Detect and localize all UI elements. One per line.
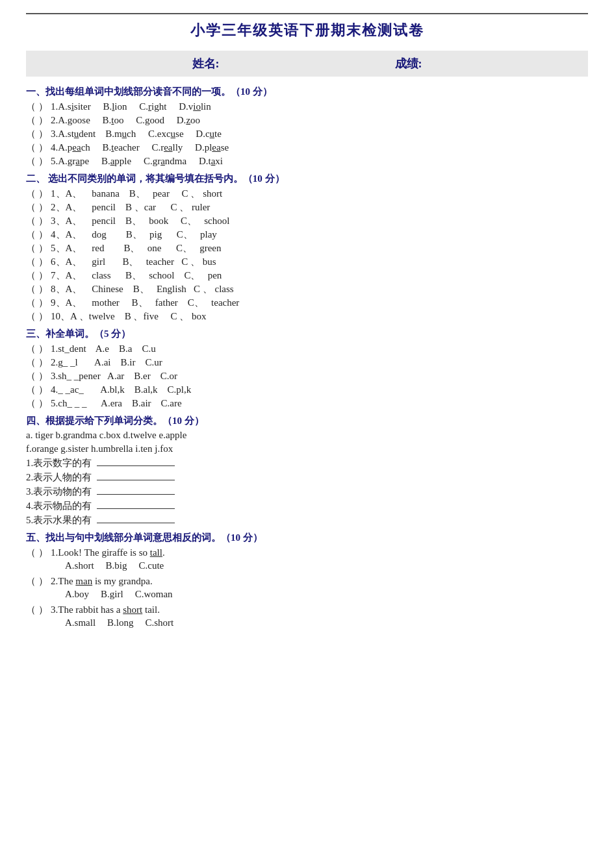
s3-q4-row: （ ） 4._ _ac_ A.bl,k B.al,k C.pl,k — [26, 384, 588, 396]
s4-cat3: 3.表示动物的有 — [26, 486, 588, 498]
s2-q3-row: （ ） 3、A、 pencil B、 book C、 school — [26, 215, 588, 227]
section5-title: 五、找出与句中划线部分单词意思相反的词。（10 分） — [26, 532, 588, 544]
s2-q1-row: （ ） 1、A、 banana B、 pear C 、 short — [26, 188, 588, 200]
s5-q1-stem: （ ） 1.Look! The giraffe is so tall. — [26, 547, 588, 559]
s2-q7-row: （ ） 7、A、 class B、 school C、 pen — [26, 269, 588, 282]
s4-cat2: 2.表示人物的有 — [26, 471, 588, 484]
s1-q3: 3.A.student B.much C.excuse D.cute — [51, 129, 222, 140]
section1-title: 一、找出每组单词中划线部分读音不同的一项。（10 分） — [26, 86, 588, 98]
s2-q4-row: （ ） 4、A、 dog B、 pig C、 play — [26, 229, 588, 241]
section4-words2: f.orange g.sister h.umbrella i.ten j.fox — [26, 443, 588, 454]
s1-q1: 1.A.sisiter B.lion C.right D.violin — [51, 101, 211, 112]
section2-title: 二、 选出不同类别的单词，将其编号填在括号内。（10 分） — [26, 173, 588, 185]
s3-q3-row: （ ） 3.sh_ _pener A.ar B.er C.or — [26, 370, 588, 382]
s5-q2-stem: （ ） 2.The man is my grandpa. — [26, 575, 588, 588]
section4-words1: a. tiger b.grandma c.box d.twelve e.appl… — [26, 430, 588, 441]
s1-q5: 5.A.grape B.apple C.grandma D.taxi — [51, 156, 223, 167]
s5-q1-options: A.short B.big C.cute — [65, 560, 588, 571]
s5-q3-stem: （ ） 3.The rabbit has a short tail. — [26, 604, 588, 616]
s1-q2: 2.A.goose B.too C.good D.zoo — [51, 115, 200, 126]
s1-q3-row: （ ） 3.A.student B.much C.excuse D.cute — [26, 128, 588, 140]
s2-q5-row: （ ） 5、A、 red B、 one C、 green — [26, 242, 588, 254]
s2-q6-row: （ ） 6、A、 girl B、 teacher C 、 bus — [26, 256, 588, 268]
s1-q5-row: （ ） 5.A.grape B.apple C.grandma D.taxi — [26, 155, 588, 167]
s2-q8-row: （ ） 8、A、 Chinese B、 English C 、 class — [26, 283, 588, 295]
s2-q9-row: （ ） 9、A、 mother B、 father C、 teacher — [26, 297, 588, 309]
page-title: 小学三年级英语下册期末检测试卷 — [26, 21, 588, 40]
s3-q1-row: （ ） 1.st_dent A.e B.a C.u — [26, 343, 588, 355]
section4-title: 四、根据提示给下列单词分类。（10 分） — [26, 415, 588, 427]
s5-q3-options: A.small B.long C.short — [65, 617, 588, 628]
score-label: 成绩: — [395, 56, 422, 71]
s1-q4: 4.A.peach B.teacher C.really D.please — [51, 142, 229, 153]
s3-q2-row: （ ） 2.g_ _l A.ai B.ir C.ur — [26, 356, 588, 369]
s2-q10-row: （ ） 10、A 、twelve B 、five C 、 box — [26, 310, 588, 323]
name-label: 姓名: — [192, 56, 220, 71]
s3-q5-row: （ ） 5.ch_ _ _ A.era B.air C.are — [26, 397, 588, 410]
s1-q1-row: （ ） 1.A.sisiter B.lion C.right D.violin — [26, 101, 588, 113]
s2-q2-row: （ ） 2、A、 pencil B 、car C 、 ruler — [26, 201, 588, 214]
name-score-row: 姓名: 成绩: — [26, 51, 588, 77]
s4-cat4: 4.表示物品的有 — [26, 500, 588, 512]
s1-q4-row: （ ） 4.A.peach B.teacher C.really D.pleas… — [26, 142, 588, 154]
s1-q2-row: （ ） 2.A.goose B.too C.good D.zoo — [26, 114, 588, 127]
s5-q2-options: A.boy B.girl C.woman — [65, 589, 588, 600]
s4-cat1: 1.表示数字的有 — [26, 457, 588, 469]
section3-title: 三、补全单词。（5 分） — [26, 328, 588, 340]
s4-cat5: 5.表示水果的有 — [26, 514, 588, 527]
